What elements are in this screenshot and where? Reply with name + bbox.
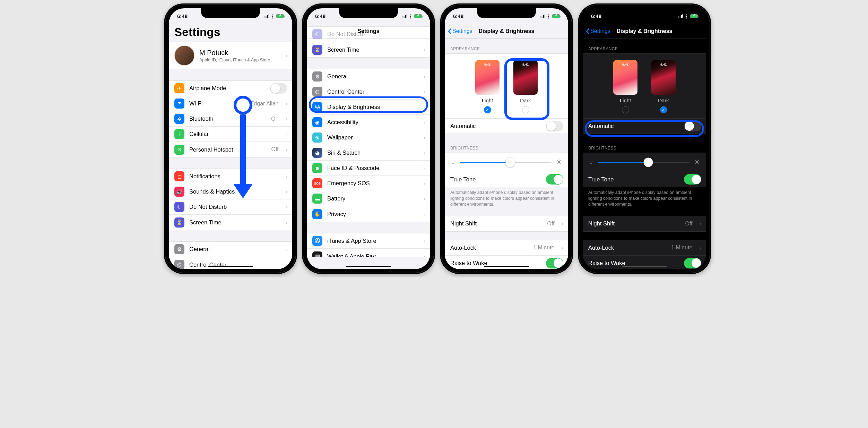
row-nightshift[interactable]: Night ShiftOff› — [445, 216, 568, 231]
chevron-right-icon: › — [286, 219, 288, 226]
header-brightness: Brightness — [583, 144, 706, 153]
row-battery[interactable]: ▬Battery› — [307, 191, 430, 206]
notifications-icon: ◻︎ — [174, 171, 184, 181]
sun-small-icon: ☼ — [450, 159, 456, 166]
screen-settings-root: 6:48 ⋮ ⚡︎ Settings M Potuck Apple ID, iC… — [169, 8, 292, 269]
radio-dark[interactable]: ✓ — [660, 106, 667, 113]
row-cellular[interactable]: ⦀Cellular› — [169, 127, 292, 142]
truetone-switch[interactable] — [546, 174, 563, 185]
back-button[interactable]: Settings — [585, 28, 610, 34]
apple-id-row[interactable]: M Potuck Apple ID, iCloud, iTunes & App … — [169, 42, 292, 69]
radio-light[interactable]: ✓ — [484, 106, 491, 113]
appearance-dark[interactable]: 9:41 Dark ✓ — [651, 60, 676, 113]
hand-icon: ✋ — [312, 209, 322, 219]
row-truetone[interactable]: True Tone — [445, 172, 568, 187]
db-scroll[interactable]: Appearance 9:41 Light 9:41 Dark ✓ Automa… — [583, 39, 706, 269]
brightness-slider[interactable] — [598, 162, 689, 163]
notch — [615, 8, 674, 18]
appearance-light[interactable]: 9:41 Light — [613, 60, 637, 113]
header-brightness: Brightness — [445, 144, 568, 153]
navbar: Settings Display & Brightness — [445, 24, 568, 39]
row-bluetooth[interactable]: ✲BluetoothOn› — [169, 111, 292, 127]
row-sounds[interactable]: 🔊Sounds & Haptics› — [169, 184, 292, 199]
chevron-right-icon: › — [286, 146, 288, 153]
appstore-icon: Ⓐ — [312, 236, 322, 246]
truetone-footer: Automatically adapt iPhone display based… — [583, 187, 706, 207]
chevron-right-icon: › — [286, 115, 288, 122]
accessibility-icon: ◉ — [312, 117, 322, 127]
row-hotspot[interactable]: ⊙Personal HotspotOff› — [169, 142, 292, 157]
row-faceid[interactable]: ☻Face ID & Passcode› — [307, 161, 430, 176]
row-autolock[interactable]: Auto-Lock1 Minute› — [445, 240, 568, 256]
row-truetone[interactable]: True Tone — [583, 172, 706, 187]
row-wallpaper[interactable]: ❀Wallpaper› — [307, 130, 430, 145]
automatic-switch[interactable] — [684, 121, 701, 131]
row-nightshift[interactable]: Night ShiftOff› — [583, 216, 706, 231]
chevron-right-icon: › — [286, 131, 288, 137]
notch — [477, 8, 536, 18]
row-general[interactable]: ⚙︎General› — [169, 242, 292, 257]
row-privacy[interactable]: ✋Privacy› — [307, 206, 430, 222]
settings-scroll[interactable]: Settings M Potuck Apple ID, iCloud, iTun… — [169, 24, 292, 269]
appearance-dark[interactable]: 9:41 Dark — [513, 60, 538, 113]
home-indicator[interactable] — [346, 266, 391, 267]
row-appstore[interactable]: ⒶiTunes & App Store› — [307, 233, 430, 249]
back-button[interactable]: Settings — [448, 28, 472, 34]
row-airplane[interactable]: ✈︎Airplane Mode — [169, 81, 292, 96]
truetone-switch[interactable] — [684, 174, 701, 185]
sounds-icon: 🔊 — [174, 187, 184, 197]
row-screentime[interactable]: ⏳Screen Time› — [169, 215, 292, 230]
row-dnd[interactable]: ☾Do Not Disturb› — [169, 199, 292, 215]
airplane-switch[interactable] — [270, 83, 287, 94]
db-scroll[interactable]: Appearance 9:41 Light ✓ 9:41 Dark Automa… — [445, 39, 568, 269]
home-indicator[interactable] — [208, 266, 253, 267]
row-notifications[interactable]: ◻︎Notifications› — [169, 169, 292, 184]
row-automatic[interactable]: Automatic — [445, 118, 568, 134]
row-autolock[interactable]: Auto-Lock1 Minute› — [583, 240, 706, 256]
chevron-right-icon: › — [286, 204, 288, 210]
row-control-center[interactable]: ⌬Control Center› — [169, 257, 292, 269]
status-time: 6:48 — [591, 13, 601, 19]
row-wallet[interactable]: ▤Wallet & Apple Pay› — [307, 249, 430, 257]
signal-icon — [540, 14, 545, 18]
row-accessibility[interactable]: ◉Accessibility› — [307, 115, 430, 130]
radio-light[interactable] — [622, 106, 629, 113]
raise-switch[interactable] — [546, 258, 563, 268]
iphone-frame: 6:48 ⋮ ⚡︎ Settings Display & Brightness … — [440, 3, 573, 274]
row-display-brightness[interactable]: AADisplay & Brightness› — [307, 100, 430, 115]
automatic-switch[interactable] — [546, 121, 563, 131]
home-indicator[interactable] — [622, 266, 667, 267]
row-raise[interactable]: Raise to Wake — [445, 256, 568, 269]
home-indicator[interactable] — [484, 266, 529, 267]
gear-icon: ⚙︎ — [312, 71, 322, 82]
radio-dark[interactable] — [522, 106, 529, 113]
chevron-right-icon: › — [286, 262, 288, 268]
brightness-slider[interactable] — [460, 162, 552, 163]
notch — [201, 8, 260, 18]
screen-display-brightness-light: 6:48 ⋮ ⚡︎ Settings Display & Brightness … — [445, 8, 568, 269]
settings-scroll[interactable]: ☾Do Not Disturb› ⏳Screen Time› ⚙︎General… — [307, 26, 430, 257]
row-automatic[interactable]: Automatic — [583, 118, 706, 134]
row-dnd[interactable]: ☾Do Not Disturb› — [307, 27, 430, 42]
raise-switch[interactable] — [684, 258, 701, 268]
chevron-right-icon: › — [286, 100, 288, 107]
row-siri[interactable]: ◕Siri & Search› — [307, 145, 430, 161]
brightness-slider-row: ☼ ☀︎ — [583, 153, 706, 172]
wallpaper-icon: ❀ — [312, 132, 322, 143]
screen-settings-scrolled: 6:48 ⋮ ⚡︎ Settings ☾Do Not Disturb› ⏳Scr… — [307, 8, 430, 269]
row-control-center[interactable]: ⌬Control Center› — [307, 84, 430, 100]
signal-icon — [264, 14, 269, 18]
row-raise[interactable]: Raise to Wake — [583, 256, 706, 269]
appearance-light[interactable]: 9:41 Light ✓ — [475, 60, 500, 113]
chevron-right-icon: › — [286, 52, 288, 59]
sos-icon: SOS — [312, 178, 322, 188]
wifi-icon: ⋮ — [408, 14, 413, 19]
row-screentime[interactable]: ⏳Screen Time› — [307, 42, 430, 57]
battery-icon: ⚡︎ — [414, 14, 422, 18]
airplane-icon: ✈︎ — [174, 83, 184, 93]
row-general[interactable]: ⚙︎General› — [307, 69, 430, 84]
row-wifi[interactable]: Wi-FiEdgar Allan› — [169, 96, 292, 111]
navbar: Settings Display & Brightness — [583, 24, 706, 39]
row-sos[interactable]: SOSEmergency SOS› — [307, 176, 430, 191]
status-time: 6:48 — [315, 13, 326, 19]
